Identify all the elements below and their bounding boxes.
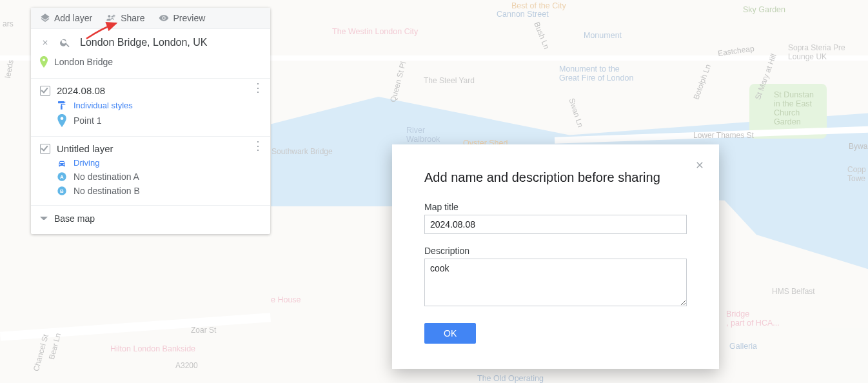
layer-item-1-0[interactable]: A No destination A [40,168,261,182]
layer-item-label-0-0: Point 1 [74,115,102,126]
preview-button[interactable]: Preview [158,13,206,23]
layer-name-1: Untitled layer [57,143,113,154]
layer-style-label-0: Individual styles [74,101,133,110]
layer-menu-1[interactable]: ⋮ [252,144,264,147]
svg-text:A: A [60,174,64,180]
add-layer-label: Add layer [54,13,92,23]
add-layer-button[interactable]: Add layer [40,13,92,23]
layers-icon [40,13,50,23]
letter-b-icon: B [57,186,67,196]
marker-icon [40,56,48,68]
share-modal: Add name and description before sharing … [392,144,719,369]
map-title-label: Map title [424,202,687,212]
share-icon [105,13,117,23]
layer-checkbox-1[interactable] [40,144,50,154]
layer-header-0[interactable]: 2024.08.08 [40,85,261,96]
layer-checkbox-0[interactable] [40,86,50,96]
search-result[interactable]: London Bridge [31,51,270,78]
layer-header-1[interactable]: Untitled layer [40,143,261,154]
basemap-label: Base map [54,213,95,224]
svg-point-0 [43,59,45,61]
layer-item-label-1-0: No destination A [74,172,139,182]
layer-block-1: Untitled layer ⋮ Driving A No destinatio… [31,136,270,205]
close-icon [695,160,705,170]
search-icon [59,37,71,48]
modal-close-button[interactable] [695,159,705,173]
layer-menu-0[interactable]: ⋮ [252,86,264,89]
layer-name-0: 2024.08.08 [57,85,105,96]
car-icon [57,159,67,168]
map-title-input[interactable] [424,215,687,234]
description-label: Description [424,246,687,256]
svg-text:B: B [60,188,64,194]
paint-roller-icon [57,100,67,110]
panel-toolbar: Add layer Share Preview [31,8,270,29]
layer-style-label-1: Driving [74,158,99,168]
clear-search-button[interactable] [40,39,50,46]
description-textarea[interactable] [424,259,687,306]
side-panel: Add layer Share Preview London Bridge, L… [31,8,270,234]
svg-point-1 [61,117,64,120]
basemap-row[interactable]: Base map [31,205,270,234]
eye-icon [158,13,170,23]
point-icon [57,114,67,127]
ok-button[interactable]: OK [424,323,476,344]
layer-item-label-1-1: No destination B [74,186,140,196]
modal-title: Add name and description before sharing [424,170,687,185]
search-row: London Bridge, London, UK [31,29,270,51]
letter-a-icon: A [57,172,67,182]
search-query-text[interactable]: London Bridge, London, UK [80,37,207,48]
layer-style-1[interactable]: Driving [40,154,261,168]
share-label: Share [121,13,144,23]
close-icon [41,39,49,46]
search-result-text: London Bridge [54,57,113,67]
layer-block-0: 2024.08.08 ⋮ Individual styles Point 1 [31,78,270,136]
layer-style-0[interactable]: Individual styles [40,96,261,110]
layer-item-0-0[interactable]: Point 1 [40,110,261,127]
layer-item-1-1[interactable]: B No destination B [40,182,261,196]
preview-label: Preview [173,13,206,23]
chevron-down-icon [40,217,48,224]
share-button[interactable]: Share [105,13,144,23]
